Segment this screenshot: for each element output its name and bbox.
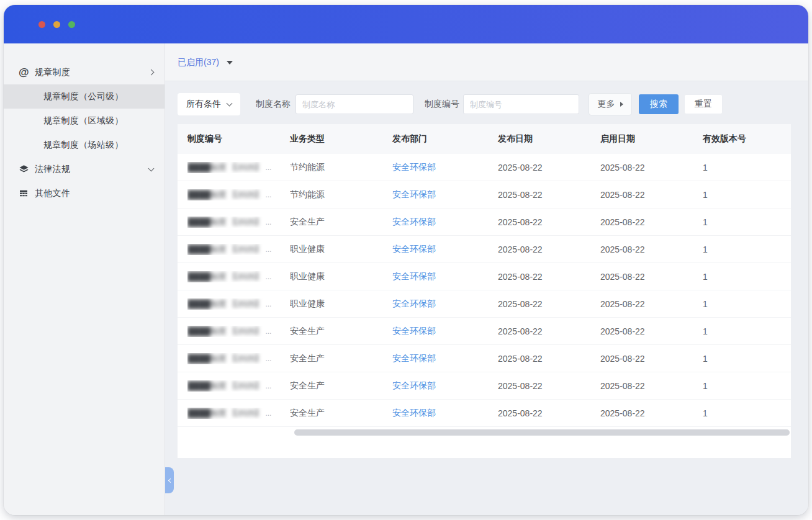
- cell-code-redacted: ████制度 【2025】: [187, 380, 263, 392]
- table-row: ████制度 【2025】 ... 安全生产 安全环保部 2025-08-22 …: [178, 345, 791, 372]
- sidebar-item-regulations-region[interactable]: 规章制度（区域级）: [4, 109, 165, 133]
- cell-enable-date: 2025-08-22: [600, 381, 703, 391]
- cell-code-suffix: ...: [265, 327, 271, 336]
- cell-department-link[interactable]: 安全环保部: [392, 271, 436, 281]
- column-header-code: 制度编号: [187, 133, 290, 145]
- cell-code-suffix: ...: [265, 245, 271, 254]
- sidebar-item-label: 规章制度: [35, 67, 149, 78]
- cell-publish-date: 2025-08-22: [498, 354, 600, 364]
- cell-department-link[interactable]: 安全环保部: [392, 353, 436, 363]
- filter-toolbar: 所有条件 制度名称 制度编号 更多 搜索 重置: [178, 93, 791, 115]
- column-header-version: 有效版本号: [703, 133, 781, 145]
- column-header-publish-date: 发布日期: [498, 133, 600, 145]
- condition-dropdown[interactable]: 所有条件: [178, 93, 240, 115]
- layers-icon: [19, 164, 35, 174]
- code-input[interactable]: [463, 94, 579, 114]
- sidebar-item-other-files[interactable]: 其他文件: [4, 181, 165, 205]
- cell-code: ████制度 【2025】 ...: [187, 271, 290, 282]
- cell-code: ████制度 【2025】 ...: [187, 408, 290, 419]
- table-row: ████制度 【2025】 ... 安全生产 安全环保部 2025-08-22 …: [178, 372, 791, 400]
- cell-code-redacted: ████制度 【2025】: [187, 408, 263, 419]
- chevron-left-icon: [168, 478, 172, 482]
- sidebar-collapse-button[interactable]: [165, 467, 174, 493]
- cell-enable-date: 2025-08-22: [600, 299, 703, 309]
- cell-code-redacted: ████制度 【2025】: [187, 353, 263, 364]
- cell-code: ████制度 【2025】 ...: [187, 244, 290, 255]
- cell-code-suffix: ...: [265, 191, 271, 199]
- cell-publish-date: 2025-08-22: [498, 163, 600, 173]
- search-button[interactable]: 搜索: [639, 94, 679, 114]
- cell-code-redacted: ████制度 【2025】: [187, 244, 263, 255]
- table-row: ████制度 【2025】 ... 安全生产 安全环保部 2025-08-22 …: [178, 400, 791, 427]
- cell-department-link[interactable]: 安全环保部: [392, 244, 436, 254]
- condition-dropdown-label: 所有条件: [186, 99, 221, 110]
- cell-business-type: 安全生产: [290, 217, 392, 228]
- cell-department-link[interactable]: 安全环保部: [392, 298, 436, 308]
- cell-department-link[interactable]: 安全环保部: [392, 408, 436, 418]
- sidebar-item-label: 法律法规: [35, 164, 149, 175]
- cell-code-suffix: ...: [265, 272, 271, 281]
- more-filters-button[interactable]: 更多: [589, 93, 632, 115]
- cell-code: ████制度 【2025】 ...: [187, 380, 290, 392]
- window-controls: [38, 21, 75, 28]
- sidebar-item-label: 其他文件: [35, 188, 153, 199]
- cell-department-link[interactable]: 安全环保部: [392, 189, 436, 199]
- table-row: ████制度 【2025】 ... 职业健康 安全环保部 2025-08-22 …: [178, 236, 791, 263]
- cell-publish-date: 2025-08-22: [498, 190, 600, 200]
- cell-version: 1: [703, 408, 781, 418]
- cell-code-redacted: ████制度 【2025】: [187, 162, 263, 173]
- cell-code: ████制度 【2025】 ...: [187, 353, 290, 364]
- cell-publish-date: 2025-08-22: [498, 244, 600, 254]
- cell-code-suffix: ...: [265, 382, 271, 390]
- sidebar-item-regulations[interactable]: @ 规章制度: [4, 60, 165, 84]
- cell-code-redacted: ████制度 【2025】: [187, 271, 263, 282]
- cell-department-link[interactable]: 安全环保部: [392, 162, 436, 172]
- cell-version: 1: [703, 217, 781, 227]
- name-input[interactable]: [295, 94, 413, 114]
- sidebar-item-laws[interactable]: 法律法规: [4, 157, 165, 181]
- more-filters-label: 更多: [598, 99, 615, 110]
- table-row: ████制度 【2025】 ... 职业健康 安全环保部 2025-08-22 …: [178, 290, 791, 318]
- reset-button[interactable]: 重置: [684, 94, 723, 114]
- sidebar-item-regulations-company[interactable]: 规章制度（公司级）: [4, 84, 165, 109]
- cell-business-type: 职业健康: [290, 298, 392, 310]
- cell-business-type: 安全生产: [290, 353, 392, 364]
- cell-version: 1: [703, 381, 781, 391]
- cell-code-redacted: ████制度 【2025】: [187, 217, 263, 228]
- cell-code: ████制度 【2025】 ...: [187, 217, 290, 228]
- caret-down-icon: [227, 61, 233, 65]
- sidebar-item-regulations-station[interactable]: 规章制度（场站级）: [4, 133, 165, 157]
- cell-code-redacted: ████制度 【2025】: [187, 189, 263, 200]
- cell-business-type: 职业健康: [290, 271, 392, 282]
- chevron-down-icon: [148, 165, 155, 171]
- cell-business-type: 安全生产: [290, 326, 392, 337]
- table-body: ████制度 【2025】 ... 节约能源 安全环保部 2025-08-22 …: [178, 154, 791, 427]
- cell-version: 1: [703, 299, 781, 309]
- chevron-right-icon: [148, 69, 155, 76]
- column-header-business-type: 业务类型: [290, 133, 392, 145]
- cell-code-suffix: ...: [265, 218, 271, 226]
- cell-code: ████制度 【2025】 ...: [187, 326, 290, 337]
- status-bar: 已启用(37): [165, 43, 808, 81]
- cell-code-suffix: ...: [265, 354, 271, 363]
- cell-department-link[interactable]: 安全环保部: [392, 326, 436, 336]
- table-row: ████制度 【2025】 ... 职业健康 安全环保部 2025-08-22 …: [178, 263, 791, 290]
- minimize-window-button[interactable]: [53, 21, 60, 28]
- cell-code: ████制度 【2025】 ...: [187, 189, 290, 200]
- maximize-window-button[interactable]: [68, 21, 75, 28]
- close-window-button[interactable]: [38, 21, 45, 28]
- cell-department-link[interactable]: 安全环保部: [392, 380, 436, 390]
- horizontal-scrollbar-thumb[interactable]: [294, 429, 790, 436]
- sidebar-item-label: 规章制度（公司级）: [43, 91, 153, 102]
- cell-version: 1: [703, 244, 781, 254]
- cell-enable-date: 2025-08-22: [600, 190, 703, 200]
- cell-publish-date: 2025-08-22: [498, 217, 600, 227]
- cell-code-redacted: ████制度 【2025】: [187, 298, 263, 310]
- cell-department-link[interactable]: 安全环保部: [392, 217, 436, 226]
- at-icon: @: [19, 67, 35, 78]
- cell-publish-date: 2025-08-22: [498, 299, 600, 309]
- sidebar-item-label: 规章制度（场站级）: [43, 140, 153, 151]
- cell-business-type: 安全生产: [290, 380, 392, 392]
- status-filter-dropdown[interactable]: 已启用(37): [178, 57, 233, 68]
- cell-code-suffix: ...: [265, 409, 271, 418]
